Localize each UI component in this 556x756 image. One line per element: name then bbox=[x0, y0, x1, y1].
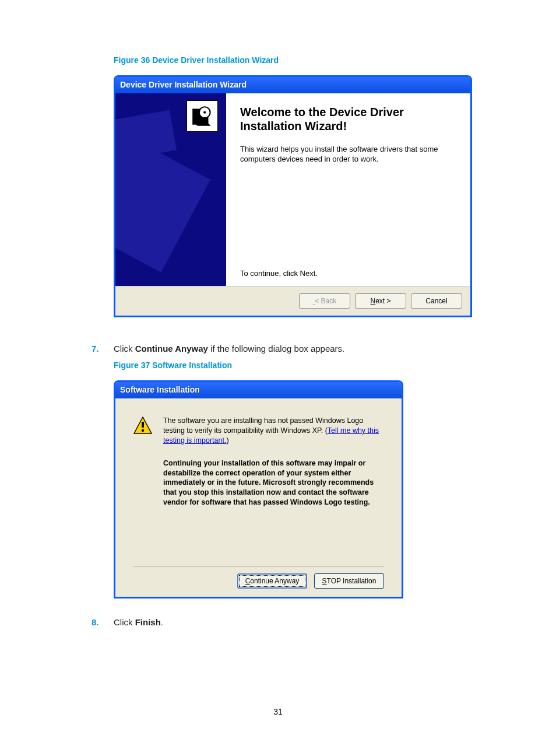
wizard-side-graphic bbox=[115, 93, 226, 286]
dialog-titlebar: Software Installation bbox=[115, 382, 402, 398]
continue-anyway-button[interactable]: Continue Anyway bbox=[237, 573, 307, 589]
step-number: 8. bbox=[92, 617, 114, 627]
warning-message: The software you are installing has not … bbox=[163, 416, 384, 446]
step-7: 7. Click Continue Anyway if the followin… bbox=[92, 344, 475, 354]
cancel-button[interactable]: Cancel bbox=[411, 293, 462, 309]
warning-bold-message: Continuing your installation of this sof… bbox=[163, 459, 384, 508]
wizard-continue-hint: To continue, click Next. bbox=[240, 269, 456, 281]
svg-point-5 bbox=[142, 429, 144, 432]
svg-rect-4 bbox=[142, 422, 144, 428]
step-8: 8. Click Finish. bbox=[92, 617, 475, 627]
next-button[interactable]: Next > bbox=[355, 293, 406, 309]
back-button: < Back bbox=[299, 293, 350, 309]
device-driver-wizard-dialog: Device Driver Installation Wizard Welcom… bbox=[114, 75, 472, 317]
cd-box-icon bbox=[186, 100, 218, 132]
step-text: Click Continue Anyway if the following d… bbox=[114, 344, 344, 354]
figure-37-caption: Figure 37 Software Installation bbox=[114, 360, 475, 370]
step-text: Click Finish. bbox=[114, 617, 163, 627]
wizard-button-bar: < Back Next > Cancel bbox=[115, 286, 470, 316]
stop-installation-button[interactable]: STOP Installation bbox=[314, 573, 384, 589]
warning-icon bbox=[133, 416, 153, 436]
page-number: 31 bbox=[0, 707, 556, 716]
software-installation-dialog: Software Installation The software you a… bbox=[114, 380, 403, 598]
figure-36-caption: Figure 36 Device Driver Installation Wiz… bbox=[114, 55, 475, 65]
separator bbox=[133, 566, 384, 566]
wizard-description: This wizard helps you install the softwa… bbox=[240, 145, 456, 164]
dialog-titlebar: Device Driver Installation Wizard bbox=[115, 77, 470, 93]
dialog-button-bar: Continue Anyway STOP Installation bbox=[133, 573, 384, 589]
wizard-heading: Welcome to the Device Driver Installatio… bbox=[240, 105, 456, 133]
svg-point-2 bbox=[203, 111, 206, 114]
step-number: 7. bbox=[92, 344, 114, 354]
